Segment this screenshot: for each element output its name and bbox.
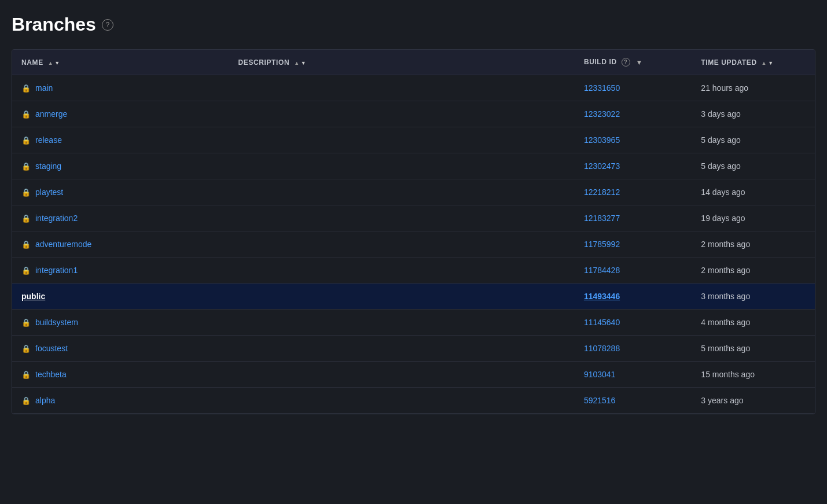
cell-time-updated: 2 months ago xyxy=(692,257,815,284)
time-updated-text: 14 days ago xyxy=(701,187,745,197)
cell-buildid: 11493446 xyxy=(575,284,692,310)
col-header-description[interactable]: DESCRIPTION ▲ ▼ xyxy=(229,50,575,75)
build-id-link[interactable]: 12331650 xyxy=(584,83,620,93)
build-id-link[interactable]: 5921516 xyxy=(584,396,616,405)
table-row: 🔒techbeta910304115 months ago xyxy=(12,362,815,388)
time-updated-text: 3 days ago xyxy=(701,109,741,119)
build-id-link[interactable]: 11785992 xyxy=(584,240,620,249)
branches-table-container: NAME ▲ ▼ DESCRIPTION ▲ ▼ BUILD ID ? xyxy=(12,49,815,414)
cell-description xyxy=(229,336,575,362)
lock-icon: 🔒 xyxy=(21,266,31,275)
cell-name: 🔒alpha xyxy=(12,388,229,414)
cell-time-updated: 5 days ago xyxy=(692,153,815,179)
cell-time-updated: 19 days ago xyxy=(692,205,815,231)
cell-name: 🔒release xyxy=(12,127,229,153)
cell-name: 🔒anmerge xyxy=(12,101,229,127)
cell-description xyxy=(229,310,575,336)
lock-icon: 🔒 xyxy=(21,240,31,249)
cell-description xyxy=(229,75,575,101)
time-updated-text: 3 months ago xyxy=(701,292,750,301)
lock-icon: 🔒 xyxy=(21,318,31,327)
cell-time-updated: 21 hours ago xyxy=(692,75,815,101)
cell-description xyxy=(229,127,575,153)
build-id-link[interactable]: 12323022 xyxy=(584,109,620,119)
cell-name: 🔒playtest xyxy=(12,179,229,205)
table-row: 🔒buildsystem111456404 months ago xyxy=(12,310,815,336)
build-id-link[interactable]: 11784428 xyxy=(584,266,620,275)
page-header: Branches ? xyxy=(12,14,815,35)
branch-name-link[interactable]: buildsystem xyxy=(35,318,78,327)
table-row: 🔒release123039655 days ago xyxy=(12,127,815,153)
build-id-link[interactable]: 12218212 xyxy=(584,187,620,197)
table-row: 🔒alpha59215163 years ago xyxy=(12,388,815,414)
table-row: 🔒integration21218327719 days ago xyxy=(12,205,815,231)
col-header-buildid[interactable]: BUILD ID ? ▼ xyxy=(575,50,692,75)
build-id-link[interactable]: 11493446 xyxy=(584,292,620,301)
lock-icon: 🔒 xyxy=(21,188,31,197)
col-header-timeupdated[interactable]: TIME UPDATED ▲ ▼ xyxy=(692,50,815,75)
build-id-link[interactable]: 11078288 xyxy=(584,344,620,353)
build-id-link[interactable]: 12303965 xyxy=(584,135,620,145)
cell-description xyxy=(229,231,575,257)
branch-name-link[interactable]: playtest xyxy=(35,187,63,197)
lock-icon: 🔒 xyxy=(21,214,31,223)
branch-name-link[interactable]: release xyxy=(35,135,62,145)
lock-icon: 🔒 xyxy=(21,396,31,405)
cell-buildid: 11145640 xyxy=(575,310,692,336)
help-icon[interactable]: ? xyxy=(102,19,113,31)
time-updated-text: 21 hours ago xyxy=(701,83,748,93)
page-title: Branches xyxy=(12,14,96,35)
cell-time-updated: 2 months ago xyxy=(692,231,815,257)
cell-name: 🔒focustest xyxy=(12,336,229,362)
branch-name-link[interactable]: techbeta xyxy=(35,370,67,379)
col-name-label: NAME xyxy=(21,58,43,67)
branch-name-link[interactable]: anmerge xyxy=(35,109,67,119)
cell-time-updated: 3 months ago xyxy=(692,284,815,310)
col-header-name[interactable]: NAME ▲ ▼ xyxy=(12,50,229,75)
cell-time-updated: 3 years ago xyxy=(692,388,815,414)
branch-name-link[interactable]: adventuremode xyxy=(35,240,91,249)
cell-buildid: 12218212 xyxy=(575,179,692,205)
lock-icon: 🔒 xyxy=(21,370,31,379)
cell-time-updated: 5 months ago xyxy=(692,336,815,362)
buildid-help-icon[interactable]: ? xyxy=(622,58,630,67)
cell-description xyxy=(229,101,575,127)
cell-name: 🔒staging xyxy=(12,153,229,179)
build-id-link[interactable]: 12183277 xyxy=(584,214,620,223)
branch-name-link[interactable]: staging xyxy=(35,161,61,171)
cell-buildid: 11078288 xyxy=(575,336,692,362)
cell-time-updated: 3 days ago xyxy=(692,101,815,127)
cell-name: 🔒integration1 xyxy=(12,257,229,284)
cell-buildid: 12183277 xyxy=(575,205,692,231)
table-row: 🔒integration1117844282 months ago xyxy=(12,257,815,284)
time-updated-text: 2 months ago xyxy=(701,240,750,249)
cell-name: 🔒adventuremode xyxy=(12,231,229,257)
table-row: 🔒focustest110782885 months ago xyxy=(12,336,815,362)
build-id-link[interactable]: 12302473 xyxy=(584,161,620,171)
cell-buildid: 5921516 xyxy=(575,388,692,414)
lock-icon: 🔒 xyxy=(21,84,31,93)
time-updated-text: 5 days ago xyxy=(701,161,741,171)
cell-time-updated: 14 days ago xyxy=(692,179,815,205)
branch-name-link[interactable]: public xyxy=(21,292,45,301)
branch-name-link[interactable]: main xyxy=(35,83,53,93)
cell-description xyxy=(229,153,575,179)
branch-name-link[interactable]: focustest xyxy=(35,344,68,353)
time-updated-text: 3 years ago xyxy=(701,396,743,405)
branch-name-link[interactable]: integration2 xyxy=(35,214,78,223)
col-buildid-label: BUILD ID xyxy=(584,58,617,66)
cell-time-updated: 15 months ago xyxy=(692,362,815,388)
cell-buildid: 12302473 xyxy=(575,153,692,179)
table-row: 🔒playtest1221821214 days ago xyxy=(12,179,815,205)
cell-time-updated: 5 days ago xyxy=(692,127,815,153)
build-id-link[interactable]: 9103041 xyxy=(584,370,616,379)
time-updated-text: 19 days ago xyxy=(701,214,745,223)
table-row: 🔒adventuremode117859922 months ago xyxy=(12,231,815,257)
col-timeupdated-label: TIME UPDATED xyxy=(701,58,756,67)
time-updated-text: 15 months ago xyxy=(701,370,755,379)
cell-description xyxy=(229,362,575,388)
lock-icon: 🔒 xyxy=(21,136,31,145)
branch-name-link[interactable]: integration1 xyxy=(35,266,78,275)
build-id-link[interactable]: 11145640 xyxy=(584,318,620,327)
branch-name-link[interactable]: alpha xyxy=(35,396,55,405)
